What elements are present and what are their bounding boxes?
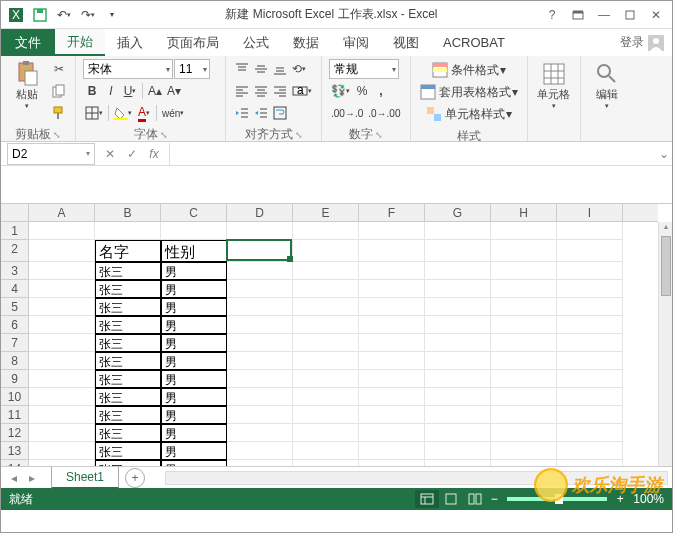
tab-home[interactable]: 开始 <box>55 29 105 56</box>
percent-icon[interactable]: % <box>353 81 371 101</box>
cell-C7[interactable]: 男 <box>161 334 227 352</box>
cell-D13[interactable] <box>227 442 293 460</box>
close-icon[interactable]: ✕ <box>644 4 668 26</box>
cell-C10[interactable]: 男 <box>161 388 227 406</box>
border-button[interactable]: ▾ <box>83 103 105 123</box>
cell-C13[interactable]: 男 <box>161 442 227 460</box>
cell-H13[interactable] <box>491 442 557 460</box>
cell-D6[interactable] <box>227 316 293 334</box>
cell-F13[interactable] <box>359 442 425 460</box>
view-page-break-icon[interactable] <box>463 490 487 508</box>
cell-E6[interactable] <box>293 316 359 334</box>
cell-F6[interactable] <box>359 316 425 334</box>
cell-C4[interactable]: 男 <box>161 280 227 298</box>
cell-B12[interactable]: 张三 <box>95 424 161 442</box>
cell-D14[interactable] <box>227 460 293 466</box>
cell-A14[interactable] <box>29 460 95 466</box>
cell-B2[interactable]: 名字 <box>95 240 161 262</box>
zoom-slider[interactable] <box>507 497 607 501</box>
cell-B4[interactable]: 张三 <box>95 280 161 298</box>
phonetic-button[interactable]: wén▾ <box>160 103 186 123</box>
cell-C12[interactable]: 男 <box>161 424 227 442</box>
cell-I6[interactable] <box>557 316 623 334</box>
cell-C5[interactable]: 男 <box>161 298 227 316</box>
cell-B9[interactable]: 张三 <box>95 370 161 388</box>
number-format-combo[interactable]: 常规▾ <box>329 59 399 79</box>
cell-D11[interactable] <box>227 406 293 424</box>
cell-I1[interactable] <box>557 222 623 240</box>
cell-D4[interactable] <box>227 280 293 298</box>
cell-A3[interactable] <box>29 262 95 280</box>
qat-customize-icon[interactable]: ▾ <box>101 4 123 26</box>
cell-E3[interactable] <box>293 262 359 280</box>
cell-E10[interactable] <box>293 388 359 406</box>
grow-font-button[interactable]: A▴ <box>146 81 164 101</box>
cell-C3[interactable]: 男 <box>161 262 227 280</box>
cell-A9[interactable] <box>29 370 95 388</box>
cell-H4[interactable] <box>491 280 557 298</box>
cell-D1[interactable] <box>227 222 293 240</box>
launcher-icon[interactable]: ⤡ <box>53 130 61 140</box>
cell-I5[interactable] <box>557 298 623 316</box>
cell-A13[interactable] <box>29 442 95 460</box>
sheet-nav-next-icon[interactable]: ▸ <box>23 469 41 487</box>
col-header-A[interactable]: A <box>29 204 95 221</box>
row-header-14[interactable]: 14 <box>1 460 28 466</box>
cell-I7[interactable] <box>557 334 623 352</box>
cell-G5[interactable] <box>425 298 491 316</box>
cell-G8[interactable] <box>425 352 491 370</box>
cell-B10[interactable]: 张三 <box>95 388 161 406</box>
cell-F14[interactable] <box>359 460 425 466</box>
cell-A4[interactable] <box>29 280 95 298</box>
cell-I8[interactable] <box>557 352 623 370</box>
cell-F2[interactable] <box>359 240 425 262</box>
align-left-icon[interactable] <box>233 81 251 101</box>
col-header-G[interactable]: G <box>425 204 491 221</box>
cell-B7[interactable]: 张三 <box>95 334 161 352</box>
cell-A1[interactable] <box>29 222 95 240</box>
cell-I3[interactable] <box>557 262 623 280</box>
cell-B14[interactable]: 张三 <box>95 460 161 466</box>
col-header-I[interactable]: I <box>557 204 623 221</box>
cell-H6[interactable] <box>491 316 557 334</box>
cell-B5[interactable]: 张三 <box>95 298 161 316</box>
cells-button[interactable]: 单元格▾ <box>534 58 574 114</box>
name-box[interactable]: D2▾ <box>7 143 95 165</box>
cell-F8[interactable] <box>359 352 425 370</box>
cell-G11[interactable] <box>425 406 491 424</box>
cell-B1[interactable] <box>95 222 161 240</box>
tab-data[interactable]: 数据 <box>281 29 331 56</box>
cell-C6[interactable]: 男 <box>161 316 227 334</box>
cell-C8[interactable]: 男 <box>161 352 227 370</box>
cell-B3[interactable]: 张三 <box>95 262 161 280</box>
col-header-H[interactable]: H <box>491 204 557 221</box>
launcher-icon[interactable]: ⤡ <box>295 130 303 140</box>
sheet-nav-prev-icon[interactable]: ◂ <box>5 469 23 487</box>
increase-indent-icon[interactable] <box>252 103 270 123</box>
cell-E2[interactable] <box>293 240 359 262</box>
enter-formula-icon[interactable]: ✓ <box>121 143 143 165</box>
cell-I11[interactable] <box>557 406 623 424</box>
horizontal-scrollbar[interactable] <box>165 471 668 485</box>
cell-G1[interactable] <box>425 222 491 240</box>
cell-H14[interactable] <box>491 460 557 466</box>
view-page-layout-icon[interactable] <box>439 490 463 508</box>
tab-view[interactable]: 视图 <box>381 29 431 56</box>
cell-D3[interactable] <box>227 262 293 280</box>
cell-G4[interactable] <box>425 280 491 298</box>
row-header-1[interactable]: 1 <box>1 222 28 240</box>
shrink-font-button[interactable]: A▾ <box>165 81 183 101</box>
cell-F9[interactable] <box>359 370 425 388</box>
underline-button[interactable]: U▾ <box>121 81 139 101</box>
expand-formula-icon[interactable]: ⌄ <box>656 147 672 161</box>
cell-I13[interactable] <box>557 442 623 460</box>
cell-H10[interactable] <box>491 388 557 406</box>
editing-button[interactable]: 编辑▾ <box>587 58 627 114</box>
vertical-scrollbar[interactable]: ▴ <box>658 222 672 466</box>
excel-icon[interactable]: X <box>5 4 27 26</box>
formula-expand-area[interactable] <box>1 166 672 204</box>
select-all-corner[interactable] <box>1 204 29 222</box>
cell-H3[interactable] <box>491 262 557 280</box>
col-header-D[interactable]: D <box>227 204 293 221</box>
maximize-icon[interactable] <box>618 4 642 26</box>
